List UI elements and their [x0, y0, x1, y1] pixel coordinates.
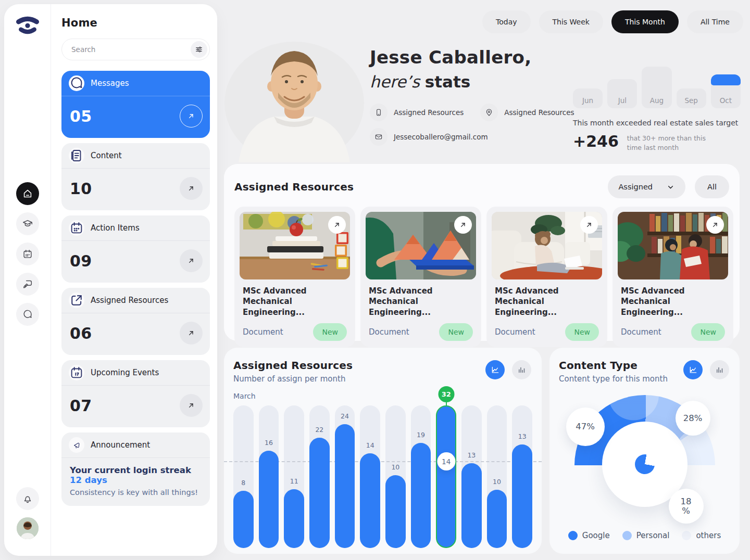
search-input[interactable] [61, 39, 210, 60]
external-icon [69, 292, 84, 308]
streak-note: Consistency is key with all things! [70, 488, 202, 497]
rail-bottom [16, 487, 39, 539]
new-badge: New [565, 323, 599, 341]
resource-thumbnail-books-apple [240, 212, 350, 279]
resource-title: MSc Advanced Mechanical Engineering... [495, 286, 599, 317]
bar-chart-icon[interactable] [710, 360, 729, 379]
arrow-up-right-icon[interactable] [180, 177, 203, 200]
resource-card[interactable]: MSc Advanced Mechanical Engineering... D… [486, 207, 607, 347]
bar-fill-highlight [436, 405, 456, 548]
bar-value: 11 [281, 477, 307, 485]
bar-value: 13 [458, 451, 485, 459]
stat-label: Messages [91, 79, 129, 88]
calendar-icon[interactable] [16, 243, 39, 265]
profile-photo [224, 34, 365, 162]
resource-title: MSc Advanced Mechanical Engineering... [369, 286, 473, 317]
filter-this-week[interactable]: This Week [539, 10, 603, 33]
sales-target-note: This month exceeded real estate sales ta… [573, 119, 741, 127]
arrow-up-right-icon[interactable] [706, 216, 724, 234]
resource-thumbnail-library-pair [618, 212, 728, 279]
filter-this-month[interactable]: This Month [611, 10, 679, 33]
filter-all-time[interactable]: All Time [687, 10, 743, 33]
stat-label: Upcoming Events [91, 368, 159, 377]
bar-7[interactable]: 10 [385, 405, 406, 548]
content-type-legend: Google Personal others [549, 531, 740, 540]
legend-dot [682, 531, 691, 540]
time-filters: TodayThis WeekThis MonthAll Time [482, 10, 743, 33]
bar-fill [385, 475, 406, 548]
arrow-up-right-icon[interactable] [580, 216, 598, 234]
bar-10[interactable]: 13 [461, 405, 482, 548]
streak-value: 12 days [70, 475, 107, 485]
line-chart-icon[interactable] [683, 360, 703, 379]
chat-compose-icon[interactable] [16, 273, 39, 296]
logo-icon [16, 16, 39, 35]
contact-phone: Assigned Resources [370, 104, 464, 121]
assigned-resources-section: Assigned Resources Assigned All MSc Adva… [224, 164, 740, 341]
chat-icon[interactable] [16, 303, 39, 326]
phone-icon [370, 104, 388, 121]
bar-1[interactable]: 8 [233, 405, 254, 548]
arrow-up-right-icon[interactable] [180, 249, 203, 272]
stat-label: Assigned Resources [91, 296, 168, 305]
new-badge: New [313, 323, 347, 341]
bar-chart-icon[interactable] [512, 360, 531, 379]
arrow-up-right-icon[interactable] [328, 216, 346, 234]
resource-thumbnail-laptop-floor [492, 212, 602, 279]
assign-bars: 8 16 11 22 24 14 10 19 32 14 13 10 13 [233, 405, 532, 548]
bell-icon[interactable] [16, 487, 39, 510]
arrow-up-right-icon[interactable] [180, 322, 203, 345]
greeting-bold: stats [425, 72, 470, 91]
graduation-cap-icon[interactable] [16, 212, 39, 235]
filter-sliders-icon[interactable] [191, 41, 207, 58]
stat-count: 10 [70, 180, 92, 198]
resource-card[interactable]: MSc Advanced Mechanical Engineering... D… [360, 207, 481, 347]
resource-title: MSc Advanced Mechanical Engineering... [243, 286, 347, 317]
home-icon[interactable] [16, 182, 39, 205]
bar-fill [512, 444, 532, 548]
filter-today[interactable]: Today [482, 10, 531, 33]
bar-9[interactable]: 32 14 [436, 405, 456, 548]
resource-card[interactable]: MSc Advanced Mechanical Engineering... D… [234, 207, 355, 347]
delta-value: +246 [573, 132, 619, 150]
mini-bar-jun: Jun [573, 88, 603, 108]
stat-label: Content [91, 151, 122, 160]
user-avatar[interactable] [17, 517, 39, 539]
chevron-down-icon [666, 183, 675, 192]
bar-8[interactable]: 19 [411, 405, 431, 548]
bar-11[interactable]: 10 [487, 405, 507, 548]
all-button[interactable]: All [695, 175, 729, 198]
arrow-up-right-icon[interactable] [454, 216, 472, 234]
assign-chart-card: Assigned Resources Number of assign per … [224, 348, 542, 554]
arrow-up-right-icon[interactable] [180, 105, 203, 128]
line-chart-icon[interactable] [485, 360, 505, 379]
action-icon [69, 220, 84, 236]
percent-bubble: 47% [566, 408, 605, 446]
content-icon [69, 148, 84, 163]
dashboard-page: Home Messages 05 Content [0, 0, 750, 560]
resource-card[interactable]: MSc Advanced Mechanical Engineering... D… [612, 207, 733, 347]
announcement-card: Announcement Your current login streak 1… [61, 432, 210, 506]
legend-dot [622, 531, 632, 540]
mini-bar-aug: Aug [642, 67, 671, 108]
arrow-up-right-icon[interactable] [180, 394, 203, 417]
stat-card-action-items: Action Items 09 [61, 215, 210, 283]
bar-3[interactable]: 11 [284, 405, 304, 548]
search [61, 39, 210, 60]
bar-value: 19 [408, 431, 434, 439]
assigned-dropdown[interactable]: Assigned [608, 175, 685, 198]
accent-cap [711, 74, 741, 85]
bar-4[interactable]: 22 [309, 405, 330, 548]
bar-12[interactable]: 13 [512, 405, 532, 548]
bar-value: 16 [256, 439, 282, 447]
content-type-gauge: 47%28%18 % [574, 395, 715, 473]
megaphone-icon [69, 437, 84, 453]
stat-count: 09 [70, 252, 92, 270]
content-type-card: Content Type Content type for this month… [549, 348, 740, 554]
mini-bar-oct: Oct [711, 74, 741, 108]
bar-6[interactable]: 14 [360, 405, 380, 548]
bar-2[interactable]: 16 [259, 405, 279, 548]
legend-item-personal: Personal [622, 531, 670, 540]
bar-value: 14 [357, 441, 383, 449]
bar-5[interactable]: 24 [335, 405, 355, 548]
